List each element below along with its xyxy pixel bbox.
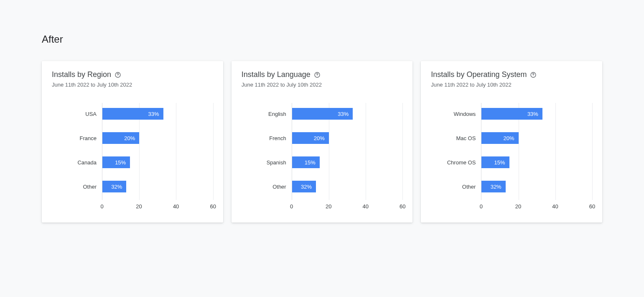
card-header: Installs by Region xyxy=(52,70,213,79)
x-tick: 20 xyxy=(136,203,142,210)
bar: 20% xyxy=(292,132,329,144)
plot-area: USA 33% France 20% Canada 15% Other 32% xyxy=(102,103,213,200)
bar-value: 33% xyxy=(148,111,159,117)
category-label: English xyxy=(246,111,292,117)
bar-row: Other 32% xyxy=(102,181,213,192)
bar-row: Spanish 15% xyxy=(292,156,403,168)
bar-row: USA 33% xyxy=(102,108,213,120)
x-tick: 60 xyxy=(210,203,216,210)
bar-row: Chrome OS 15% xyxy=(481,156,592,168)
bar: 20% xyxy=(102,132,139,144)
bar: 15% xyxy=(102,156,130,168)
category-label: USA xyxy=(56,111,102,117)
x-tick: 40 xyxy=(552,203,558,210)
chart-language: English 33% French 20% Spanish 15% Other… xyxy=(242,103,403,213)
bar-row: Other 32% xyxy=(292,181,403,192)
gridline xyxy=(402,103,403,200)
chart-region: USA 33% France 20% Canada 15% Other 32% … xyxy=(52,103,213,213)
category-label: Mac OS xyxy=(435,135,481,141)
gridline xyxy=(592,103,593,200)
category-label: Spanish xyxy=(246,159,292,166)
x-tick: 40 xyxy=(363,203,369,210)
bar-value: 15% xyxy=(305,159,316,166)
card-subtitle: June 11th 2022 to July 10th 2022 xyxy=(431,82,592,88)
category-label: Canada xyxy=(56,159,102,166)
help-icon[interactable] xyxy=(115,72,121,78)
bar-row: Canada 15% xyxy=(102,156,213,168)
category-label: Other xyxy=(246,184,292,190)
x-axis: 0 20 40 60 xyxy=(292,200,403,213)
bar: 33% xyxy=(292,108,353,120)
bar-value: 20% xyxy=(124,135,135,141)
x-tick: 60 xyxy=(400,203,405,210)
bar: 20% xyxy=(481,132,518,144)
bar: 32% xyxy=(102,181,126,192)
x-tick: 20 xyxy=(515,203,521,210)
x-axis: 0 20 40 60 xyxy=(481,200,592,213)
card-subtitle: June 11th 2022 to July 10th 2022 xyxy=(242,82,403,88)
card-language: Installs by Language June 11th 2022 to J… xyxy=(232,61,413,223)
svg-point-3 xyxy=(317,76,317,76)
x-tick: 40 xyxy=(173,203,179,210)
bar-value: 32% xyxy=(301,184,312,190)
bar: 33% xyxy=(102,108,163,120)
bar-value: 20% xyxy=(504,135,514,141)
x-axis: 0 20 40 60 xyxy=(102,200,213,213)
plot-area: English 33% French 20% Spanish 15% Other… xyxy=(292,103,403,200)
card-subtitle: June 11th 2022 to July 10th 2022 xyxy=(52,82,213,88)
card-header: Installs by Language xyxy=(242,70,403,79)
card-os: Installs by Operating System June 11th 2… xyxy=(421,61,602,223)
bar-row: Other 32% xyxy=(481,181,592,192)
bar-value: 32% xyxy=(111,184,122,190)
x-tick: 0 xyxy=(480,203,483,210)
bar-value: 15% xyxy=(115,159,126,166)
page-title: After xyxy=(42,33,602,45)
x-tick: 60 xyxy=(589,203,595,210)
category-label: Other xyxy=(435,184,481,190)
bar: 32% xyxy=(481,181,505,192)
bar: 33% xyxy=(481,108,542,120)
bar-row: Mac OS 20% xyxy=(481,132,592,144)
card-header: Installs by Operating System xyxy=(431,70,592,79)
svg-point-1 xyxy=(118,76,118,76)
bar-value: 32% xyxy=(491,184,501,190)
x-tick: 0 xyxy=(100,203,103,210)
bar-row: French 20% xyxy=(292,132,403,144)
bar-value: 33% xyxy=(338,111,349,117)
bar-value: 15% xyxy=(494,159,505,166)
card-region: Installs by Region June 11th 2022 to Jul… xyxy=(42,61,223,223)
bar: 15% xyxy=(481,156,509,168)
bar-value: 33% xyxy=(527,111,538,117)
chart-os: Windows 33% Mac OS 20% Chrome OS 15% Oth… xyxy=(431,103,592,213)
category-label: Windows xyxy=(435,111,481,117)
x-tick: 0 xyxy=(290,203,293,210)
bar-row: English 33% xyxy=(292,108,403,120)
bar: 32% xyxy=(292,181,316,192)
help-icon[interactable] xyxy=(314,72,321,78)
category-label: Other xyxy=(56,184,102,190)
category-label: French xyxy=(246,135,292,141)
cards-row: Installs by Region June 11th 2022 to Jul… xyxy=(42,61,602,223)
x-tick: 20 xyxy=(326,203,331,210)
plot-area: Windows 33% Mac OS 20% Chrome OS 15% Oth… xyxy=(481,103,592,200)
category-label: France xyxy=(56,135,102,141)
gridline xyxy=(213,103,214,200)
card-title: Installs by Language xyxy=(242,70,311,79)
category-label: Chrome OS xyxy=(435,159,481,166)
bar-row: Windows 33% xyxy=(481,108,592,120)
svg-point-5 xyxy=(533,76,534,76)
bar-value: 20% xyxy=(314,135,325,141)
card-title: Installs by Operating System xyxy=(431,70,527,79)
card-title: Installs by Region xyxy=(52,70,111,79)
bar-row: France 20% xyxy=(102,132,213,144)
bar: 15% xyxy=(292,156,320,168)
help-icon[interactable] xyxy=(530,72,537,78)
